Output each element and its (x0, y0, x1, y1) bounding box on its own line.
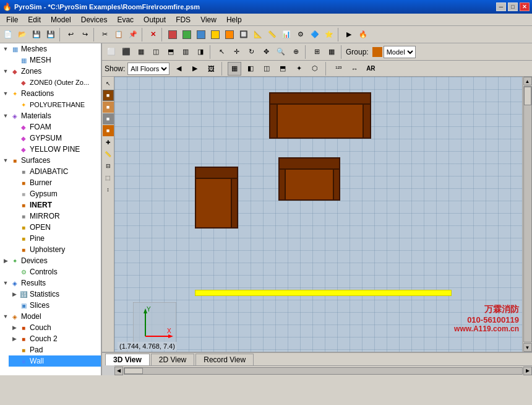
cut-button[interactable]: ✂ (98, 28, 111, 41)
tool12[interactable]: ⭐ (322, 28, 336, 41)
expand-results[interactable]: ▼ (1, 279, 10, 287)
tree-pine[interactable]: ▶ ■ Pine (9, 233, 101, 244)
tree-foam[interactable]: ▶ ◆ FOAM (9, 121, 101, 133)
open-button[interactable]: 📂 (15, 28, 29, 41)
scroll-down-arrow[interactable]: ▼ (523, 343, 532, 352)
expand-devices[interactable]: ▶ (1, 256, 10, 265)
group-select[interactable]: Model (384, 46, 416, 58)
tool3[interactable] (194, 28, 208, 41)
expand-zones[interactable]: ▼ (1, 67, 10, 76)
show-num[interactable]: ¹²³ (332, 62, 345, 76)
show-surface[interactable]: ◧ (244, 62, 257, 76)
vtb-slicer[interactable]: ⊟ (103, 160, 114, 172)
tree-couch2[interactable]: ▶ ■ Couch 2 (9, 333, 101, 344)
tree-devices[interactable]: ▶ ✦ Devices (0, 255, 101, 266)
zoom-region[interactable]: ⊕ (289, 45, 302, 59)
tree-inert[interactable]: ▶ ■ INERT (9, 199, 101, 211)
menu-file[interactable]: File (1, 14, 23, 25)
expand-meshes[interactable]: ▼ (1, 45, 10, 53)
chair-right-object[interactable] (278, 157, 340, 201)
maximize-button[interactable]: □ (508, 2, 518, 11)
tree-pad[interactable]: ▶ ■ Pad (9, 344, 101, 355)
tree-adiabatic[interactable]: ▶ ■ ADIABATIC (9, 166, 101, 177)
tree-mesh[interactable]: ▶ ▦ MESH (9, 54, 101, 66)
vtb-select[interactable]: ↖ (103, 78, 114, 89)
tool10[interactable]: ⚙ (294, 28, 307, 41)
show-dim[interactable]: ↔ (348, 62, 361, 76)
tree-meshes[interactable]: ▼ ▦ Meshes (0, 43, 101, 54)
tree-zones[interactable]: ▼ ◆ Zones (0, 66, 101, 77)
view-btn5[interactable]: ⬒ (164, 45, 178, 59)
menu-output[interactable]: Output (139, 14, 171, 25)
tool9[interactable]: 📊 (280, 28, 293, 41)
tree-statistics[interactable]: ▶ 🔢 Statistics (9, 289, 101, 300)
menu-view[interactable]: View (195, 14, 221, 25)
new-button[interactable]: 📄 (1, 28, 15, 41)
view-btn4[interactable]: ◫ (149, 45, 163, 59)
view-btn1[interactable]: ⬜ (105, 45, 118, 59)
view-btn6[interactable]: ▥ (179, 45, 192, 59)
scroll-right-arrow[interactable]: ▶ (523, 367, 532, 375)
show-obst[interactable]: ◫ (260, 62, 273, 76)
sofa-object[interactable] (269, 92, 371, 139)
tree-wall[interactable]: ▶ ■ Wall (9, 355, 101, 367)
tab-record-view[interactable]: Record View (195, 354, 254, 365)
save-as-button[interactable]: 💾 (44, 28, 58, 41)
chair-left-object[interactable] (195, 167, 238, 229)
scroll-thumb-right[interactable] (524, 87, 531, 105)
vtb-floor[interactable]: ⬚ (103, 172, 114, 183)
expand-materials[interactable]: ▼ (1, 111, 10, 120)
vtb-meas[interactable]: 📏 (103, 149, 114, 160)
tool7[interactable]: 📐 (251, 28, 265, 41)
tool5[interactable] (223, 28, 236, 41)
tree-reactions[interactable]: ▼ ✦ Reactions (0, 88, 101, 99)
expand-surfaces[interactable]: ▼ (1, 156, 10, 165)
tab-3d-view[interactable]: 3D View (105, 354, 150, 365)
tree-slices[interactable]: ▶ ▣ Slices (9, 300, 101, 311)
select-tool[interactable]: ↖ (215, 45, 228, 59)
vtb-hole[interactable]: ■ (103, 125, 114, 136)
fit-view[interactable]: ⊞ (310, 45, 324, 59)
copy-button[interactable]: 📋 (112, 28, 126, 41)
vtb-obstruction[interactable]: ■ (103, 102, 114, 113)
scroll-track-bottom[interactable] (124, 367, 523, 375)
menu-model[interactable]: Model (46, 14, 76, 25)
tree-surfaces[interactable]: ▼ ■ Surfaces (0, 155, 101, 166)
undo-button[interactable]: ↩ (64, 28, 77, 41)
scroll-thumb-bottom[interactable] (124, 368, 143, 374)
scroll-up-arrow[interactable]: ▲ (523, 77, 532, 85)
tree-polyurethane[interactable]: ▶ ✦ POLYURETHANE (9, 99, 101, 110)
right-scrollbar[interactable]: ▲ ▼ (522, 77, 532, 352)
floor-down[interactable]: ◀ (172, 62, 186, 76)
run-fds[interactable]: ▶ (342, 28, 356, 41)
vtb-wall[interactable]: ■ (103, 90, 114, 101)
tree-mirror[interactable]: ▶ ■ MIRROR (9, 211, 101, 222)
paste-button[interactable]: 📌 (126, 28, 140, 41)
pan-tool[interactable]: ✥ (259, 45, 273, 59)
minimize-button[interactable]: ─ (496, 2, 506, 11)
tree-zone0[interactable]: ▶ ◆ ZONE0 (Outer Zo... (9, 77, 101, 88)
view-btn3[interactable]: ▦ (134, 45, 148, 59)
show-vent[interactable]: ⬒ (276, 62, 290, 76)
tree-open[interactable]: ▶ ■ OPEN (9, 222, 101, 233)
tool2[interactable] (180, 28, 194, 41)
tree-results[interactable]: ▼ ◈ Results (0, 277, 101, 289)
tool8[interactable]: 📏 (265, 28, 279, 41)
floor-up[interactable]: ▶ (188, 62, 202, 76)
menu-edit[interactable]: Edit (23, 14, 46, 25)
run-smokview[interactable]: 🔥 (356, 28, 370, 41)
move-tool[interactable]: ✛ (230, 45, 243, 59)
redo-button[interactable]: ↪ (78, 28, 92, 41)
render-mode[interactable]: ▦ (325, 45, 338, 59)
menu-evac[interactable]: Evac (112, 14, 139, 25)
scroll-track-right[interactable] (523, 86, 532, 342)
tool1[interactable] (166, 28, 179, 41)
tree-yellow-pine[interactable]: ▶ ◆ YELLOW PINE (9, 144, 101, 155)
vtb-arrow[interactable]: ↕ (103, 184, 114, 195)
show-part[interactable]: ⬡ (308, 62, 322, 76)
expand-model[interactable]: ▼ (1, 312, 10, 321)
zoom-tool[interactable]: 🔍 (274, 45, 288, 59)
show-mesh[interactable]: ▦ (228, 62, 241, 76)
tree-model[interactable]: ▼ ◈ Model (0, 311, 101, 322)
tree-gypsum[interactable]: ▶ ◆ GYPSUM (9, 133, 101, 144)
